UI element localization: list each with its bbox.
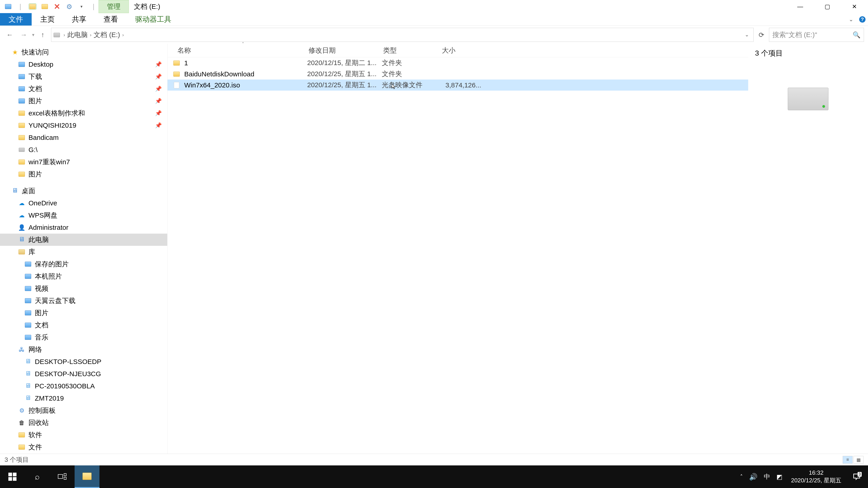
sidebar-item[interactable]: 图片: [0, 307, 167, 319]
sidebar-item[interactable]: YUNQISHI2019📌: [0, 119, 167, 131]
chevron-right-icon[interactable]: ›: [121, 32, 125, 37]
sidebar-item[interactable]: ☁OneDrive: [0, 197, 167, 209]
sidebar-item[interactable]: ⚙控制面板: [0, 404, 167, 417]
sidebar-item[interactable]: 文件: [0, 441, 167, 453]
sidebar-item[interactable]: G:\: [0, 144, 167, 156]
column-type[interactable]: 类型: [383, 46, 442, 55]
ribbon-tab-share[interactable]: 共享: [63, 13, 95, 26]
sidebar-item[interactable]: Bandicam: [0, 131, 167, 144]
sidebar-item[interactable]: 图片📌: [0, 95, 167, 107]
maximize-button[interactable]: ▢: [814, 0, 841, 13]
taskbar-clock[interactable]: 16:32 2020/12/25, 星期五: [789, 469, 844, 484]
sidebar-item[interactable]: 文档: [0, 319, 167, 331]
svg-rect-1: [13, 473, 17, 476]
search-icon[interactable]: 🔍: [852, 31, 861, 39]
onedrive-icon: ☁: [19, 200, 25, 207]
volume-icon[interactable]: 🔊: [749, 473, 757, 481]
qat-app-icon[interactable]: [3, 2, 13, 11]
task-view-button[interactable]: [50, 465, 74, 488]
minimize-button[interactable]: —: [786, 0, 814, 13]
sidebar-item[interactable]: 🖥此电脑: [0, 234, 167, 246]
preview-thumbnail: [755, 88, 861, 110]
sidebar-item[interactable]: 🗑回收站: [0, 417, 167, 429]
security-icon[interactable]: ◩: [776, 473, 782, 481]
sidebar-item[interactable]: 音乐: [0, 331, 167, 344]
qat-delete-icon[interactable]: ✕: [52, 2, 62, 11]
ribbon-tab-view[interactable]: 查看: [95, 13, 127, 26]
sidebar-item-label: Desktop: [29, 61, 53, 68]
icons-view-button[interactable]: ▦: [854, 456, 864, 464]
column-size[interactable]: 大小: [442, 46, 483, 55]
sidebar-item[interactable]: 文档📌: [0, 83, 167, 95]
sidebar-item[interactable]: 🖧网络: [0, 344, 167, 356]
help-button[interactable]: ?: [857, 13, 868, 26]
navigation-sidebar[interactable]: ★快速访问Desktop📌下载📌文档📌图片📌excel表格制作求和📌YUNQIS…: [0, 44, 167, 454]
star-icon: ★: [12, 48, 18, 56]
sidebar-item[interactable]: 🖥DESKTOP-LSSOEDP: [0, 356, 167, 368]
breadcrumb-item[interactable]: 此电脑: [66, 30, 89, 39]
sidebar-item[interactable]: 👤Administrator: [0, 221, 167, 234]
sidebar-item[interactable]: 视频: [0, 283, 167, 295]
qat-dropdown-icon[interactable]: ▾: [76, 2, 86, 11]
qat-settings-icon[interactable]: ⚙: [64, 2, 74, 11]
folder-icon: [25, 298, 31, 303]
column-name[interactable]: ˄ 名称: [178, 46, 309, 55]
ribbon-tab-drive-tools[interactable]: 驱动器工具: [127, 13, 180, 26]
search-button[interactable]: ⌕: [25, 465, 50, 488]
sidebar-item-label: 图片: [29, 170, 42, 179]
sidebar-item[interactable]: excel表格制作求和📌: [0, 107, 167, 119]
pin-icon: 📌: [155, 61, 167, 68]
sidebar-item[interactable]: 库: [0, 246, 167, 258]
nav-forward-button[interactable]: →: [18, 29, 29, 40]
sidebar-item-label: 快速访问: [22, 48, 49, 57]
sidebar-item[interactable]: ☁WPS网盘: [0, 209, 167, 221]
chevron-right-icon[interactable]: ›: [63, 32, 66, 37]
sidebar-item[interactable]: win7重装win7: [0, 156, 167, 168]
breadcrumb-item[interactable]: 文档 (E:): [92, 30, 121, 39]
qat-new-folder-icon[interactable]: [40, 2, 50, 11]
sidebar-item[interactable]: 图片: [0, 168, 167, 180]
sidebar-item[interactable]: 下载📌: [0, 70, 167, 83]
ribbon-tab-home[interactable]: 主页: [32, 13, 63, 26]
sidebar-item[interactable]: 🖥DESKTOP-NJEU3CG: [0, 368, 167, 380]
breadcrumb-dropdown[interactable]: ⌄: [743, 32, 751, 38]
sidebar-item[interactable]: ★快速访问: [0, 46, 167, 58]
taskbar-explorer[interactable]: [74, 465, 99, 488]
tray-overflow-icon[interactable]: ˄: [740, 474, 743, 480]
details-view-button[interactable]: ≡: [843, 456, 852, 464]
network-pc-icon: 🖥: [25, 369, 31, 377]
file-row[interactable]: 12020/12/15, 星期二 1...文件夹: [167, 57, 748, 68]
sidebar-item[interactable]: 天翼云盘下载: [0, 295, 167, 307]
sidebar-item[interactable]: 本机照片: [0, 270, 167, 283]
breadcrumb[interactable]: › 此电脑 › 文档 (E:) › ⌄: [51, 28, 754, 42]
qat-properties-icon[interactable]: [28, 2, 37, 11]
search-box[interactable]: 搜索"文档 (E:)" 🔍: [769, 28, 864, 42]
ime-indicator[interactable]: 中: [764, 473, 770, 481]
file-row[interactable]: BaiduNetdiskDownload2020/12/25, 星期五 1...…: [167, 68, 748, 79]
action-center-button[interactable]: 3: [850, 473, 864, 481]
close-button[interactable]: ✕: [841, 0, 868, 13]
sidebar-item[interactable]: 🖥桌面: [0, 185, 167, 197]
file-row[interactable]: Win7x64_2020.iso2020/12/25, 星期五 1...光盘映像…: [167, 79, 748, 91]
sidebar-item[interactable]: Desktop📌: [0, 58, 167, 70]
sidebar-item[interactable]: 软件: [0, 429, 167, 441]
folder-icon: [25, 323, 31, 328]
nav-up-button[interactable]: ↑: [37, 29, 49, 40]
column-date[interactable]: 修改日期: [309, 46, 383, 55]
start-button[interactable]: [0, 465, 25, 488]
chevron-right-icon[interactable]: ›: [89, 32, 92, 37]
preview-pane: 3 个项目: [748, 44, 868, 454]
ribbon-tab-file[interactable]: 文件: [0, 13, 32, 26]
system-tray: ˄ 🔊 中 ◩ 16:32 2020/12/25, 星期五 3: [740, 465, 868, 488]
notification-badge: 3: [858, 472, 862, 477]
nav-history-dropdown[interactable]: ▾: [32, 32, 34, 37]
wps-icon: ☁: [19, 212, 25, 219]
nav-back-button[interactable]: ←: [4, 29, 16, 40]
ribbon-expand-icon[interactable]: ⌄: [845, 13, 857, 26]
sidebar-item[interactable]: 保存的图片: [0, 258, 167, 270]
window-controls: — ▢ ✕: [786, 0, 868, 13]
sidebar-item[interactable]: 🖥PC-20190530OBLA: [0, 380, 167, 392]
refresh-button[interactable]: ⟳: [756, 31, 766, 39]
sidebar-item[interactable]: 🖥ZMT2019: [0, 392, 167, 404]
file-list[interactable]: 12020/12/15, 星期二 1...文件夹BaiduNetdiskDown…: [167, 57, 748, 454]
